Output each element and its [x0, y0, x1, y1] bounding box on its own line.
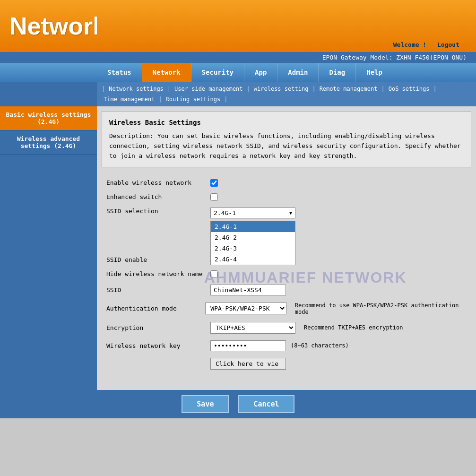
ssid-dropdown-list: 2.4G-1 2.4G-2 2.4G-3 2.4G-4: [210, 221, 295, 265]
form-area: AHMMUARIEF NETWORK Enable wireless netwo…: [97, 172, 476, 383]
ssid-selection-label: SSID selection: [106, 208, 210, 215]
enhanced-switch-checkbox[interactable]: [210, 193, 218, 201]
click-here-button[interactable]: Click here to vie: [210, 358, 286, 370]
enable-wireless-row: Enable wireless network: [106, 179, 467, 187]
tab-status[interactable]: Status: [97, 63, 142, 82]
tab-security[interactable]: Security: [191, 63, 244, 82]
action-bar: Save Cancel: [0, 390, 476, 418]
section-title: Wireless Basic Settings: [109, 117, 464, 128]
tab-help[interactable]: Help: [356, 63, 393, 82]
chevron-down-icon: ▼: [289, 210, 292, 216]
sub-nav-routing[interactable]: Routing settings: [163, 95, 224, 104]
hide-wireless-row: Hide wireless network name: [106, 270, 467, 278]
enable-wireless-label: Enable wireless network: [106, 179, 210, 186]
ssid-input[interactable]: [210, 285, 286, 295]
encryption-row: Encryption TKIP+AES TKIP AES Recommend T…: [106, 322, 467, 334]
auth-mode-row: Authentication mode WPA-PSK/WPA2-PSK WEP…: [106, 302, 467, 315]
ssid-option-1[interactable]: 2.4G-1: [211, 221, 295, 232]
sidebar-item-advanced-wireless[interactable]: Wireless advanced settings (2.4G): [0, 130, 97, 155]
sub-nav-user-side[interactable]: User side management: [172, 85, 246, 93]
tab-diag[interactable]: Diag: [319, 63, 356, 82]
sub-nav-qos[interactable]: QoS settings: [386, 85, 433, 93]
auth-note: Recommend to use WPA-PSK/WPA2-PSK authen…: [295, 302, 467, 315]
ssid-enable-label: SSID enable: [106, 256, 210, 263]
ssid-option-2[interactable]: 2.4G-2: [211, 232, 295, 243]
key-hint: (8~63 characters): [291, 342, 349, 349]
encryption-label: Encryption: [106, 324, 210, 331]
tab-network[interactable]: Network: [142, 63, 191, 82]
encryption-note: Recommend TKIP+AES encryption: [304, 324, 403, 331]
ssid-selected-value: 2.4G-1: [214, 209, 289, 216]
ssid-selection-wrapper: 2.4G-1 ▼ 2.4G-1 2.4G-2 2.4G-3 2.4G-4: [210, 208, 295, 218]
hide-wireless-label: Hide wireless network name: [106, 270, 210, 277]
hide-wireless-checkbox[interactable]: [210, 270, 218, 278]
sub-nav-network-settings[interactable]: Network settings: [106, 85, 166, 93]
logout-link[interactable]: Logout: [437, 41, 459, 48]
enhanced-switch-row: Enhanced switch: [106, 193, 467, 201]
ssid-option-3[interactable]: 2.4G-3: [211, 243, 295, 254]
network-key-input[interactable]: [210, 340, 286, 351]
ssid-select-trigger[interactable]: 2.4G-1 ▼: [210, 208, 295, 218]
sidebar-item-basic-wireless[interactable]: Basic wireless settings (2.4G): [0, 106, 97, 130]
welcome-text: Welcome !: [393, 41, 426, 48]
encryption-select[interactable]: TKIP+AES TKIP AES: [210, 322, 295, 334]
auth-mode-label: Authentication mode: [106, 305, 205, 312]
cancel-button[interactable]: Cancel: [238, 395, 294, 413]
sub-nav: | Network settings | User side managemen…: [97, 82, 476, 106]
description-text: Description: You can set basic wireless …: [109, 131, 464, 161]
sub-nav-wireless-setting[interactable]: wireless setting: [251, 85, 312, 93]
sub-nav-remote-mgmt[interactable]: Remote management: [317, 85, 381, 93]
enable-wireless-checkbox[interactable]: [210, 179, 218, 187]
enhanced-switch-label: Enhanced switch: [106, 193, 210, 200]
save-button[interactable]: Save: [182, 395, 229, 413]
description-box: Wireless Basic Settings Description: You…: [102, 111, 471, 167]
ssid-row: SSID: [106, 285, 467, 295]
ssid-selection-row: SSID selection 2.4G-1 ▼ 2.4G-1 2.4G-2 2.…: [106, 208, 467, 218]
tab-admin[interactable]: Admin: [277, 63, 319, 82]
click-here-row: Click here to vie: [106, 358, 467, 370]
model-bar: EPON Gateway Model: ZXHN F450(EPON ONU): [0, 52, 476, 63]
ssid-option-4[interactable]: 2.4G-4: [211, 254, 295, 265]
sub-nav-time-mgmt[interactable]: Time management: [101, 95, 157, 104]
auth-mode-select[interactable]: WPA-PSK/WPA2-PSK WEP None: [205, 303, 286, 314]
ssid-field-label: SSID: [106, 286, 210, 294]
content-area: Wireless Basic Settings Description: You…: [97, 106, 476, 390]
network-key-label: Wireless network key: [106, 342, 210, 349]
network-key-row: Wireless network key (8~63 characters): [106, 340, 467, 351]
sidebar: Basic wireless settings (2.4G) Wireless …: [0, 106, 97, 390]
nav-tabs: Status Network Security App Admin Diag H…: [97, 63, 393, 82]
tab-app[interactable]: App: [244, 63, 277, 82]
